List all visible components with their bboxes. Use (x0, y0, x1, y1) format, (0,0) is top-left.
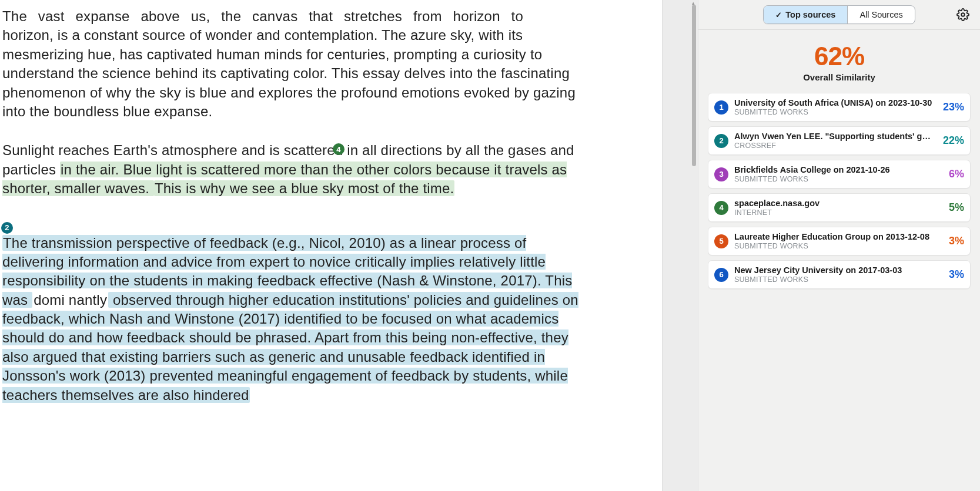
source-percentage: 5% (945, 201, 964, 214)
source-body: University of South Africa (UNISA) on 20… (734, 98, 934, 116)
scroll-up-arrow-icon[interactable]: ▴ (692, 0, 696, 4)
sidebar-body: 62% Overall Similarity 1 University of S… (698, 29, 980, 491)
source-percentage: 23% (939, 101, 964, 113)
source-body: New Jersey City University on 2017-03-03… (734, 265, 939, 284)
source-type: SUBMITTED WORKS (734, 175, 939, 183)
source-percentage: 6% (945, 168, 964, 180)
document-pane: The vast expanse above us, the canvas th… (0, 0, 663, 491)
source-number-badge: 1 (714, 100, 728, 115)
paragraph-1-text-b: is a constant source of wonder and conte… (2, 27, 576, 119)
document-body: The vast expanse above us, the canvas th… (2, 7, 578, 405)
source-card-6[interactable]: 6 New Jersey City University on 2017-03-… (708, 260, 971, 289)
source-card-4[interactable]: 4 spaceplace.nasa.gov INTERNET 5% (708, 193, 971, 222)
paragraph-2: 4 Sunlight reaches Earth's atmosphere an… (2, 141, 578, 198)
source-percentage: 22% (939, 134, 964, 147)
tab-all-sources-label: All Sources (859, 10, 902, 19)
source-number-badge: 2 (714, 134, 728, 148)
tab-all-sources[interactable]: All Sources (848, 6, 914, 23)
scrollbar-thumb[interactable] (692, 5, 696, 166)
source-body: Alwyn Vwen Yen LEE. "Supporting students… (734, 132, 934, 150)
paragraph-3: 2 The transmission perspective of feedba… (2, 234, 578, 405)
source-type: SUBMITTED WORKS (734, 242, 939, 250)
source-number-badge: 4 (714, 201, 728, 215)
source-title: University of South Africa (UNISA) on 20… (734, 98, 934, 107)
source-title: Laureate Higher Education Group on 2013-… (734, 232, 939, 241)
scroll-gutter: ▴ (663, 0, 698, 491)
overall-label: Overall Similarity (708, 72, 971, 82)
source-card-1[interactable]: 1 University of South Africa (UNISA) on … (708, 93, 971, 122)
match-badge-2[interactable]: 2 (1, 222, 13, 234)
tab-top-sources-label: Top sources (785, 10, 835, 19)
source-card-3[interactable]: 3 Brickfields Asia College on 2021-10-26… (708, 160, 971, 189)
source-tabs: ✓ Top sources All Sources (763, 5, 915, 24)
source-title: New Jersey City University on 2017-03-03 (734, 265, 939, 275)
source-body: spaceplace.nasa.gov INTERNET (734, 199, 939, 217)
highlight-match-2-b[interactable]: observed through higher education instit… (2, 292, 578, 403)
source-percentage: 3% (945, 235, 964, 247)
tab-top-sources[interactable]: ✓ Top sources (764, 6, 848, 23)
source-title: Alwyn Vwen Yen LEE. "Supporting students… (734, 132, 934, 141)
source-body: Laureate Higher Education Group on 2013-… (734, 232, 939, 250)
overall-similarity: 62% Overall Similarity (708, 42, 971, 82)
highlight-gap: domi nantly (32, 292, 108, 308)
source-type: SUBMITTED WORKS (734, 108, 934, 116)
source-type: INTERNET (734, 208, 939, 217)
paragraph-1: The vast expanse above us, the canvas th… (2, 7, 578, 121)
gear-icon (956, 8, 969, 21)
source-list: 1 University of South Africa (UNISA) on … (708, 93, 971, 289)
source-percentage: 3% (945, 268, 964, 281)
source-number-badge: 3 (714, 167, 728, 181)
source-title: Brickfields Asia College on 2021-10-26 (734, 165, 939, 174)
source-body: Brickfields Asia College on 2021-10-26 S… (734, 165, 939, 183)
settings-button[interactable] (956, 8, 969, 21)
source-card-2[interactable]: 2 Alwyn Vwen Yen LEE. "Supporting studen… (708, 126, 971, 155)
sidebar-header: ✓ Top sources All Sources (698, 0, 980, 29)
similarity-sidebar: ✓ Top sources All Sources 62% Overall Si… (698, 0, 980, 491)
source-number-badge: 6 (714, 268, 728, 282)
check-icon: ✓ (775, 11, 782, 19)
source-type: CROSSREF (734, 142, 934, 150)
source-type: SUBMITTED WORKS (734, 275, 939, 284)
source-title: spaceplace.nasa.gov (734, 199, 939, 208)
source-card-5[interactable]: 5 Laureate Higher Education Group on 201… (708, 227, 971, 255)
svg-point-0 (961, 13, 965, 16)
highlight-match-4-b[interactable]: This is why we see a blue sky most of th… (154, 180, 455, 196)
source-number-badge: 5 (714, 234, 728, 248)
overall-percentage: 62% (708, 42, 971, 71)
